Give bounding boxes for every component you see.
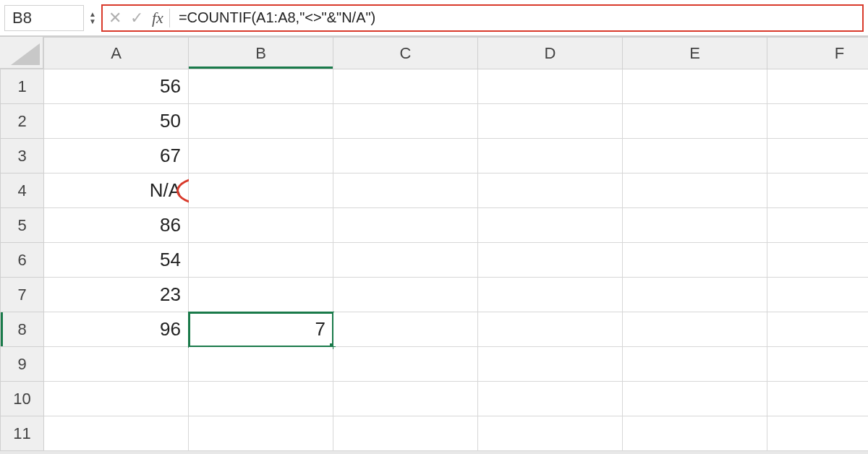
row-header-6[interactable]: 6 (1, 243, 44, 278)
cell-d5[interactable] (478, 208, 623, 243)
cell-f4[interactable] (767, 174, 869, 208)
column-header-c[interactable]: C (333, 38, 478, 69)
stepper-up-icon[interactable]: ▲ (87, 12, 98, 17)
cell-e4[interactable] (623, 174, 767, 208)
cell-b7[interactable] (189, 278, 333, 312)
cell-b3[interactable] (189, 139, 333, 174)
cell-e8[interactable] (623, 312, 767, 347)
cell-f7[interactable] (767, 278, 869, 312)
cell-c9[interactable] (333, 347, 478, 382)
cell-c3[interactable] (333, 139, 478, 174)
cell-e6[interactable] (623, 243, 767, 278)
column-header-a[interactable]: A (44, 38, 189, 69)
cell-c5[interactable] (333, 208, 478, 243)
cell-d8[interactable] (478, 312, 623, 347)
formula-input[interactable] (179, 9, 856, 26)
cell-f9[interactable] (767, 347, 869, 382)
cell-b1[interactable] (189, 69, 333, 104)
cell-e3[interactable] (623, 139, 767, 174)
row-header-5[interactable]: 5 (1, 208, 44, 243)
cell-c6[interactable] (333, 243, 478, 278)
cell-e10[interactable] (623, 382, 767, 416)
cell-b8[interactable]: 7 (189, 312, 333, 347)
column-header-e[interactable]: E (623, 38, 767, 69)
cell-f5[interactable] (767, 208, 869, 243)
name-box-value: B8 (12, 9, 32, 27)
column-header-f[interactable]: F (767, 38, 869, 69)
cell-a4[interactable]: N/A (44, 174, 189, 208)
cell-f10[interactable] (767, 382, 869, 416)
cell-f3[interactable] (767, 139, 869, 174)
cell-d6[interactable] (478, 243, 623, 278)
cell-f6[interactable] (767, 243, 869, 278)
row-3: 3 67 (1, 139, 869, 174)
cell-c10[interactable] (333, 382, 478, 416)
cell-d1[interactable] (478, 69, 623, 104)
cell-a1[interactable]: 56 (44, 69, 189, 104)
cell-b10[interactable] (189, 382, 333, 416)
cell-e1[interactable] (623, 69, 767, 104)
cell-d4[interactable] (478, 174, 623, 208)
cell-f2[interactable] (767, 104, 869, 139)
cell-d10[interactable] (478, 382, 623, 416)
row-header-1[interactable]: 1 (1, 69, 44, 104)
cell-e5[interactable] (623, 208, 767, 243)
fx-icon[interactable]: fx (152, 9, 170, 27)
row-header-11[interactable]: 11 (1, 416, 44, 451)
name-box-stepper[interactable]: ▲ ▼ (87, 5, 98, 31)
cell-b11[interactable] (189, 416, 333, 451)
column-header-d[interactable]: D (478, 38, 623, 69)
cell-d11[interactable] (478, 416, 623, 451)
cell-c7[interactable] (333, 278, 478, 312)
cell-e7[interactable] (623, 278, 767, 312)
cell-f1[interactable] (767, 69, 869, 104)
row-header-3[interactable]: 3 (1, 139, 44, 174)
accept-formula-icon[interactable]: ✓ (130, 10, 143, 26)
cell-a8[interactable]: 96 (44, 312, 189, 347)
cell-a2[interactable]: 50 (44, 104, 189, 139)
cell-f8[interactable] (767, 312, 869, 347)
cell-c2[interactable] (333, 104, 478, 139)
cell-a7[interactable]: 23 (44, 278, 189, 312)
name-box[interactable]: B8 (4, 5, 84, 31)
cell-b2[interactable] (189, 104, 333, 139)
row-1: 1 56 (1, 69, 869, 104)
row-6: 6 54 (1, 243, 869, 278)
cell-b9[interactable] (189, 347, 333, 382)
cell-a3[interactable]: 67 (44, 139, 189, 174)
column-header-b[interactable]: B (189, 38, 333, 69)
cell-b6[interactable] (189, 243, 333, 278)
cell-d2[interactable] (478, 104, 623, 139)
row-header-9[interactable]: 9 (1, 347, 44, 382)
cell-d7[interactable] (478, 278, 623, 312)
row-9: 9 (1, 347, 869, 382)
cell-e9[interactable] (623, 347, 767, 382)
cell-b5[interactable] (189, 208, 333, 243)
select-all-corner[interactable] (0, 37, 43, 69)
cell-d9[interactable] (478, 347, 623, 382)
spreadsheet-grid: A B C D E F 1 56 2 50 (0, 36, 868, 451)
stepper-down-icon[interactable]: ▼ (87, 19, 98, 25)
cell-e11[interactable] (623, 416, 767, 451)
row-7: 7 23 (1, 278, 869, 312)
row-header-8[interactable]: 8 (1, 312, 44, 347)
cell-c8[interactable] (333, 312, 478, 347)
row-header-7[interactable]: 7 (1, 278, 44, 312)
cell-a5[interactable]: 86 (44, 208, 189, 243)
cell-c4[interactable] (333, 174, 478, 208)
cancel-formula-icon[interactable]: ✕ (109, 10, 122, 26)
cell-a6[interactable]: 54 (44, 243, 189, 278)
row-header-4[interactable]: 4 (1, 174, 44, 208)
cell-c11[interactable] (333, 416, 478, 451)
cell-a9[interactable] (44, 347, 189, 382)
cell-b4[interactable] (189, 174, 333, 208)
cell-a11[interactable] (44, 416, 189, 451)
row-header-2[interactable]: 2 (1, 104, 44, 139)
row-5: 5 86 (1, 208, 869, 243)
cell-d3[interactable] (478, 139, 623, 174)
cell-e2[interactable] (623, 104, 767, 139)
cell-f11[interactable] (767, 416, 869, 451)
cell-a10[interactable] (44, 382, 189, 416)
row-header-10[interactable]: 10 (1, 382, 44, 416)
cell-c1[interactable] (333, 69, 478, 104)
